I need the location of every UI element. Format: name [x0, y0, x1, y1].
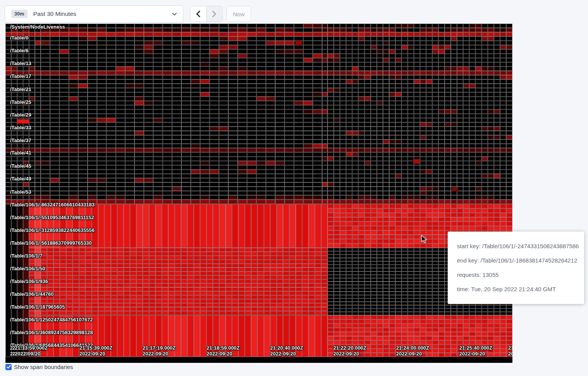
key-visualizer-canvas[interactable]: [5, 24, 512, 363]
tooltip-requests: requests: 13055: [457, 271, 575, 279]
chevron-left-icon: [196, 10, 201, 17]
time-window-dropdown[interactable]: 30m Past 30 Minutes: [5, 5, 183, 22]
chevron-down-icon: [172, 12, 177, 16]
footer: Show span boundaries: [5, 364, 73, 370]
toolbar: 30m Past 30 Minutes Now: [0, 0, 588, 22]
tooltip-start-key: start key: /Table/106/1/-247433150824388…: [457, 242, 575, 250]
now-button[interactable]: Now: [226, 6, 251, 22]
time-window-label: Past 30 Minutes: [33, 10, 76, 17]
tooltip-end-key: end key: /Table/106/1/-18683814745282642…: [457, 257, 575, 264]
hover-tooltip: start key: /Table/106/1/-247433150824388…: [448, 232, 584, 304]
show-span-boundaries-checkbox[interactable]: [5, 364, 12, 370]
tooltip-time: time: Tue, 20 Sep 2022 21:24:40 GMT: [457, 285, 575, 293]
time-nav-button-group: [190, 6, 222, 22]
previous-window-button[interactable]: [190, 6, 206, 22]
show-span-boundaries-label: Show span boundaries: [14, 364, 73, 370]
key-visualizer: /System/NodeLiveness/Table/0/Table/6/Tab…: [5, 24, 512, 363]
checkmark-icon: [7, 365, 11, 369]
next-window-button[interactable]: [206, 6, 222, 22]
time-window-badge: 30m: [11, 10, 28, 18]
chevron-right-icon: [212, 10, 217, 17]
key-visualizer-page: 30m Past 30 Minutes Now /System/NodeLive…: [0, 0, 588, 376]
